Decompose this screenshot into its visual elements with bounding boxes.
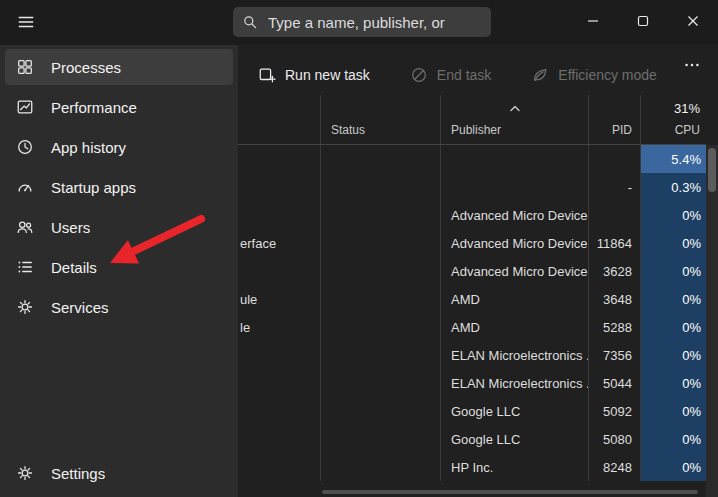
cell-name: [238, 453, 320, 481]
table-row[interactable]: Google LLC 5092 0%: [238, 397, 706, 425]
toolbar-button-label: Efficiency mode: [558, 67, 657, 83]
table-row[interactable]: Advanced Micro Device... 3628 0%: [238, 257, 706, 285]
sidebar-item-settings[interactable]: Settings: [5, 455, 233, 491]
cell-pid: [588, 201, 640, 229]
sidebar-item-label: Services: [51, 299, 109, 316]
cell-publisher: Advanced Micro Device...: [440, 257, 588, 285]
cell-status: [320, 425, 440, 453]
cell-publisher: [440, 145, 588, 173]
table-row[interactable]: - 0.3%: [238, 173, 706, 201]
cell-status: [320, 453, 440, 481]
processes-page: Run new task End task Efficiency mode St…: [238, 45, 718, 497]
toolbar-button-label: Run new task: [285, 67, 370, 83]
minimize-button[interactable]: [568, 0, 618, 45]
cell-publisher: Advanced Micro Device...: [440, 201, 588, 229]
cell-cpu: 0.3%: [640, 173, 706, 201]
more-options-button[interactable]: [678, 53, 706, 79]
sidebar-item-label: App history: [51, 139, 126, 156]
cell-status: [320, 145, 440, 173]
hamburger-button[interactable]: [6, 5, 46, 41]
table-row[interactable]: ELAN Microelectronics ... 5044 0%: [238, 369, 706, 397]
cell-publisher: ELAN Microelectronics ...: [440, 369, 588, 397]
details-icon: [16, 258, 34, 276]
sidebar-item-label: Processes: [51, 59, 121, 76]
table-row[interactable]: HP Inc. 8248 0%: [238, 453, 706, 481]
column-header-name[interactable]: [238, 95, 320, 144]
search-input[interactable]: [266, 13, 482, 32]
cell-publisher: Advanced Micro Device...: [440, 229, 588, 257]
run-new-task-icon: [258, 66, 276, 84]
maximize-icon: [633, 11, 653, 34]
cell-pid: 8248: [588, 453, 640, 481]
column-label-name: [238, 137, 320, 144]
window-controls: [568, 0, 718, 45]
column-header-cpu[interactable]: 31% CPU: [640, 95, 706, 144]
table-row[interactable]: ule AMD 3648 0%: [238, 285, 706, 313]
cell-pid: 7356: [588, 341, 640, 369]
sidebar-item-performance[interactable]: Performance: [5, 89, 233, 125]
table-row[interactable]: Advanced Micro Device... 0%: [238, 201, 706, 229]
table-row[interactable]: ELAN Microelectronics ... 7356 0%: [238, 341, 706, 369]
task-manager-window: Run new task End task Efficiency mode St…: [0, 0, 718, 497]
search-icon: [242, 14, 258, 30]
sidebar-item-app-history[interactable]: App history: [5, 129, 233, 165]
table-row[interactable]: 5.4%: [238, 145, 706, 173]
cell-name: [238, 145, 320, 173]
sidebar-nav: Processes Performance App history Startu…: [0, 49, 238, 455]
cell-publisher: AMD: [440, 285, 588, 313]
table-row[interactable]: le AMD 5288 0%: [238, 313, 706, 341]
column-label-publisher: Publisher: [441, 123, 588, 144]
cell-cpu: 0%: [640, 425, 706, 453]
cell-pid: 11864: [588, 229, 640, 257]
close-button[interactable]: [668, 0, 718, 45]
cell-cpu: 0%: [640, 397, 706, 425]
sidebar-item-users[interactable]: Users: [5, 209, 233, 245]
table-row[interactable]: Google LLC 5080 0%: [238, 425, 706, 453]
sidebar-item-label: Details: [51, 259, 97, 276]
cell-name: [238, 425, 320, 453]
sidebar-item-startup-apps[interactable]: Startup apps: [5, 169, 233, 205]
efficiency-mode-button[interactable]: Efficiency mode: [525, 65, 663, 85]
table-row[interactable]: erface Advanced Micro Device... 11864 0%: [238, 229, 706, 257]
column-header-publisher[interactable]: Publisher: [440, 95, 588, 144]
cell-status: [320, 397, 440, 425]
sidebar-item-label: Startup apps: [51, 179, 136, 196]
end-task-button[interactable]: End task: [404, 65, 497, 85]
cell-name: ule: [238, 285, 320, 313]
cell-name: le: [238, 313, 320, 341]
column-header-pid[interactable]: PID: [588, 95, 640, 144]
sidebar-item-processes[interactable]: Processes: [5, 49, 233, 85]
cell-name: [238, 369, 320, 397]
cell-publisher: Google LLC: [440, 425, 588, 453]
table-header: Status Publisher PID 31% CPU: [238, 95, 706, 145]
cell-pid: -: [588, 173, 640, 201]
cell-status: [320, 201, 440, 229]
column-header-status[interactable]: Status: [320, 95, 440, 144]
startup-apps-icon: [16, 178, 34, 196]
sidebar-item-services[interactable]: Services: [5, 289, 233, 325]
cell-status: [320, 257, 440, 285]
toolbar-button-label: End task: [437, 67, 491, 83]
cell-name: [238, 201, 320, 229]
cell-cpu: 0%: [640, 369, 706, 397]
column-label-status: Status: [321, 123, 440, 144]
cell-pid: [588, 145, 640, 173]
cell-cpu: 0%: [640, 453, 706, 481]
run-new-task-button[interactable]: Run new task: [252, 65, 376, 85]
more-options-icon: [683, 56, 701, 77]
cell-publisher: ELAN Microelectronics ...: [440, 341, 588, 369]
vertical-scrollbar[interactable]: [706, 145, 718, 497]
maximize-button[interactable]: [618, 0, 668, 45]
search-box: [233, 7, 491, 37]
cell-cpu: 0%: [640, 313, 706, 341]
process-table-body: 5.4% - 0.3% Advanced Micro Device... 0% …: [238, 145, 706, 481]
sidebar-footer: Settings: [0, 455, 238, 497]
vertical-scrollbar-thumb[interactable]: [708, 148, 716, 192]
end-task-icon: [410, 66, 428, 84]
sidebar-item-details[interactable]: Details: [5, 249, 233, 285]
horizontal-scrollbar-thumb[interactable]: [322, 490, 698, 494]
cell-pid: 5044: [588, 369, 640, 397]
cell-status: [320, 285, 440, 313]
services-icon: [16, 298, 34, 316]
cell-status: [320, 173, 440, 201]
